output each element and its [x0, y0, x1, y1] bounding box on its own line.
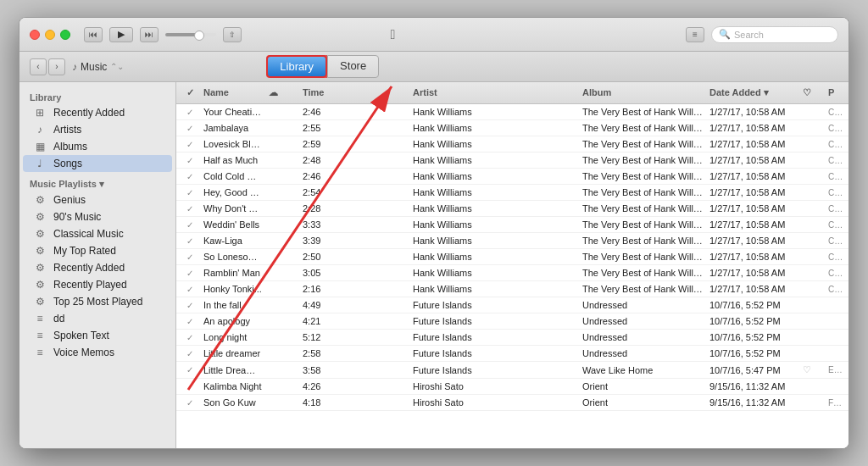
row-cloud: [265, 110, 299, 114]
table-row[interactable]: ✓ Kaw-Liga 3:39 Hank Williams The Very B…: [176, 233, 849, 249]
header-date[interactable]: Date Added ▾: [706, 86, 799, 100]
row-cloud: [265, 369, 299, 372]
row-check: ✓: [183, 331, 200, 344]
row-album: Orient: [579, 396, 706, 409]
back-button[interactable]: ‹: [30, 58, 47, 75]
sidebar-item-label-spoken-text: Spoken Text: [53, 330, 109, 341]
volume-slider[interactable]: [165, 33, 216, 36]
playlists-section-label[interactable]: Music Playlists ▾: [19, 172, 175, 191]
row-name: Honky Tonki...: [200, 282, 265, 296]
table-row[interactable]: ✓ Weddin' Bells 3:33 Hank Williams The V…: [176, 217, 849, 233]
table-row[interactable]: ✓ Jambalaya 2:55 Hank Williams The Very …: [176, 120, 849, 136]
table-row[interactable]: ✓ Honky Tonki... 2:16 Hank Williams The …: [176, 281, 849, 297]
menu-button[interactable]: ≡: [686, 27, 704, 42]
airplay-button[interactable]: ⇧: [223, 27, 242, 42]
row-heart: [799, 191, 825, 194]
row-cloud: [265, 175, 299, 178]
minimize-button[interactable]: [45, 30, 55, 40]
row-album: The Very Best of Hank Williams: [579, 169, 706, 183]
table-body: ✓ Your Cheatin' Heart 2:46 Hank Williams…: [176, 104, 849, 448]
playback-controls: ⏮ ▶ ⏭: [84, 27, 159, 42]
close-button[interactable]: [30, 30, 40, 40]
row-album: The Very Best of Hank Williams: [579, 234, 706, 247]
row-time: 4:49: [299, 298, 409, 312]
sidebar-item-songs[interactable]: ♩ Songs: [23, 155, 172, 172]
row-album: The Very Best of Hank Williams: [579, 186, 706, 199]
table-row[interactable]: ✓ In the fall 4:49 Future Islands Undres…: [176, 297, 849, 313]
row-heart: [799, 126, 825, 130]
sidebar-item-recently-played[interactable]: ⚙ Recently Played: [23, 276, 172, 293]
row-time: 2:54: [299, 186, 409, 199]
table-row[interactable]: ✓ Hey, Good Lookin' 2:54 Hank Williams T…: [176, 185, 849, 201]
row-genre: Country W...: [825, 170, 842, 183]
forward-arrow-button[interactable]: ›: [48, 58, 65, 75]
row-cloud: [265, 223, 299, 226]
row-artist: Future Islands: [409, 314, 579, 328]
table-row[interactable]: ✓ Your Cheatin' Heart 2:46 Hank Williams…: [176, 104, 849, 120]
search-placeholder: Search: [734, 30, 764, 40]
play-button[interactable]: ▶: [109, 27, 133, 42]
table-row[interactable]: ✓ Son Go Kuw 4:18 Hiroshi Sato Orient 9/…: [176, 395, 849, 411]
table-row[interactable]: ✓ So Lonesome I Could Cry 2:50 Hank Will…: [176, 249, 849, 265]
row-date: 1/27/17, 10:58 AM: [706, 202, 799, 215]
header-time[interactable]: Time: [299, 86, 409, 100]
genius-icon: ⚙: [33, 194, 47, 206]
sidebar-item-recently-added[interactable]: ⊞ Recently Added: [23, 104, 172, 121]
sidebar-item-top25[interactable]: ⚙ Top 25 Most Played: [23, 293, 172, 310]
table-row[interactable]: ✓ An apology 4:21 Future Islands Undress…: [176, 313, 849, 330]
table-row[interactable]: ✓ Lovesick Blues 2:59 Hank Williams The …: [176, 136, 849, 153]
row-genre: Country W...: [825, 235, 842, 247]
sidebar-item-label-albums: Albums: [53, 141, 87, 153]
row-album: The Very Best of Hank Williams: [579, 105, 706, 119]
row-name: Ramblin' Man: [200, 266, 265, 280]
row-artist: Hiroshi Sato: [409, 396, 579, 409]
row-time: 2:59: [299, 137, 409, 151]
sidebar-item-voice-memos[interactable]: ≡ Voice Memos: [23, 344, 172, 361]
tab-library[interactable]: Library: [266, 55, 327, 78]
header-name[interactable]: Name: [200, 86, 265, 100]
row-artist: Hank Williams: [409, 282, 579, 296]
row-check: ✓: [183, 106, 200, 119]
maximize-button[interactable]: [60, 30, 70, 40]
forward-button[interactable]: ⏭: [140, 27, 159, 42]
sidebar-item-dd[interactable]: ≡ dd: [23, 310, 172, 327]
row-time: 2:50: [299, 250, 409, 264]
row-heart: [799, 319, 825, 323]
row-genre: Country W...: [825, 154, 842, 167]
row-artist: Future Islands: [409, 298, 579, 312]
table-row[interactable]: ✓ Half as Much 2:48 Hank Williams The Ve…: [176, 153, 849, 169]
row-heart: [799, 385, 825, 388]
row-date: 1/27/17, 10:58 AM: [706, 234, 799, 247]
row-cloud: [265, 303, 299, 307]
row-heart: [799, 287, 825, 291]
rewind-button[interactable]: ⏮: [84, 27, 103, 42]
table-row[interactable]: ✓ Long night 5:12 Future Islands Undress…: [176, 330, 849, 346]
table-row[interactable]: Kalimba Night 4:26 Hiroshi Sato Orient 9…: [176, 379, 849, 395]
table-row[interactable]: ✓ Ramblin' Man 3:05 Hank Williams The Ve…: [176, 265, 849, 281]
sidebar-item-genius[interactable]: ⚙ Genius: [23, 191, 172, 208]
row-time: 2:46: [299, 169, 409, 183]
sidebar-item-artists[interactable]: ♪ Artists: [23, 121, 172, 138]
sidebar-item-recently-added-pl[interactable]: ⚙ Recently Added: [23, 259, 172, 276]
row-genre: [825, 352, 842, 355]
sidebar-item-top-rated[interactable]: ⚙ My Top Rated: [23, 242, 172, 259]
table-row[interactable]: ✓ Little Dreamer ··· 3:58 Future Islands…: [176, 362, 849, 379]
table-row[interactable]: ✓ Why Don't You Love Me 2:28 Hank Willia…: [176, 201, 849, 217]
tab-store[interactable]: Store: [327, 55, 379, 78]
sidebar-item-classical[interactable]: ⚙ Classical Music: [23, 225, 172, 242]
row-time: 3:33: [299, 218, 409, 231]
sidebar-item-albums[interactable]: ▦ Albums: [23, 138, 172, 155]
sidebar-item-90s-music[interactable]: ⚙ 90's Music: [23, 208, 172, 225]
row-date: 10/7/16, 5:52 PM: [706, 330, 799, 344]
header-artist[interactable]: Artist: [409, 86, 579, 100]
row-cloud: [265, 255, 299, 258]
table-row[interactable]: ✓ Little dreamer 2:58 Future Islands Und…: [176, 346, 849, 362]
sidebar-item-spoken-text[interactable]: ≡ Spoken Text: [23, 327, 172, 344]
sidebar-item-label-90s: 90's Music: [53, 211, 101, 223]
row-date: 1/27/17, 10:58 AM: [706, 266, 799, 280]
search-box[interactable]: 🔍 Search: [711, 26, 838, 43]
songs-icon: ♩: [33, 158, 47, 169]
table-row[interactable]: ✓ Cold Cold Heart 2:46 Hank Williams The…: [176, 169, 849, 185]
apple-logo-icon: : [390, 27, 395, 42]
header-album[interactable]: Album: [579, 86, 706, 100]
